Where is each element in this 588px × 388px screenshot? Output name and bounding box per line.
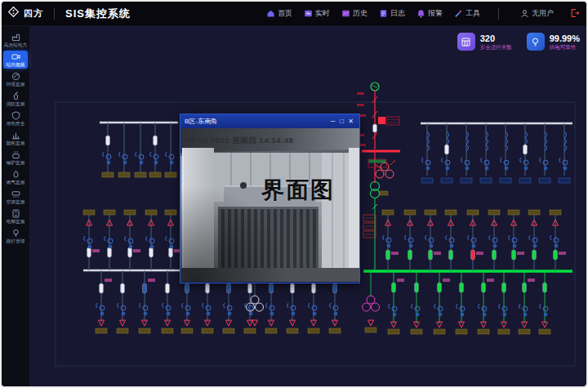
leaf-icon [11, 72, 20, 81]
watermark-text: 界面图 [261, 175, 335, 206]
nav-home[interactable]: 首页 [266, 8, 292, 19]
sidebar-item-environment-monitor[interactable]: 环境监测 [3, 70, 28, 88]
user-icon [520, 9, 529, 18]
kpi-cards: 320 安全运行天数 99.99% 供电可靠性 [457, 33, 580, 51]
nav-alarm[interactable]: 报警 [416, 8, 443, 19]
camera-modal-title: B区-东南角 [185, 117, 328, 126]
reliability-value: 99.99% [550, 34, 580, 43]
sidebar-item-boiler-monitor[interactable]: 锅炉监测 [3, 149, 28, 167]
user-label: 无用户 [532, 8, 554, 19]
sidebar-item-electricity-safety[interactable]: 用电安全 [3, 109, 28, 127]
sifang-logo-icon [7, 6, 20, 21]
maximize-button[interactable]: □ [337, 114, 346, 128]
home-icon [266, 9, 275, 18]
camera-modal-titlebar[interactable]: B区-东南角 ─ □ ✕ [180, 114, 359, 128]
nav-tools[interactable]: 工具 [454, 8, 480, 19]
boiler-icon [11, 150, 20, 159]
kpi-reliability: 99.99% 供电可靠性 [527, 33, 580, 51]
app-window: 四方 SIS集控系统 首页 实时 历史 日志 报 [0, 0, 588, 388]
nav-history[interactable]: 历史 [341, 8, 368, 19]
sidebar-item-gas-monitor[interactable]: 燃气监测 [3, 168, 28, 186]
sidebar-item-streetlight-management[interactable]: 路灯管理 [3, 227, 28, 245]
brand-name: 四方 [24, 7, 43, 20]
nav-log[interactable]: 日志 [379, 8, 405, 19]
elevator-icon [11, 209, 20, 218]
reliability-label: 供电可靠性 [550, 44, 580, 50]
bar-chart-icon [11, 131, 20, 140]
safe-days-icon [457, 33, 475, 51]
kpi-safe-days: 320 安全运行天数 [457, 33, 512, 51]
sidebar-item-fire-monitor[interactable]: 消防监测 [3, 90, 28, 108]
realtime-icon [304, 9, 313, 18]
reliability-bulb-icon [527, 33, 545, 51]
logout-button[interactable] [570, 7, 580, 21]
safe-days-value: 320 [480, 34, 512, 43]
camera-icon [11, 52, 20, 61]
flame-icon [11, 170, 20, 179]
tools-wand-icon [454, 9, 463, 18]
sidebar-item-elevator-monitor[interactable]: 电梯监测 [3, 207, 28, 225]
safe-days-label: 安全运行天数 [480, 44, 512, 50]
top-nav: 首页 实时 历史 日志 报警 工具 [266, 7, 586, 21]
sidebar-item-hvac-monitor[interactable]: 空调监测 [3, 188, 28, 206]
history-icon [341, 9, 350, 18]
nav-realtime[interactable]: 实时 [304, 8, 330, 19]
osd-timestamp: 09-09 2021 星期四 14:14:48 [186, 136, 293, 146]
shield-icon [11, 111, 20, 120]
factory-icon [11, 33, 20, 42]
fire-extinguisher-icon [11, 91, 20, 100]
nav-divider [498, 8, 499, 20]
log-icon [379, 9, 388, 18]
minimize-button[interactable]: ─ [328, 114, 337, 128]
close-button[interactable]: ✕ [346, 114, 355, 128]
app-title: SIS集控系统 [65, 7, 131, 21]
air-conditioner-icon [11, 190, 20, 198]
sidebar-item-energy-monitor[interactable]: 能耗监测 [3, 129, 28, 147]
sidebar-item-station-video[interactable]: 站内视频 [3, 51, 28, 69]
user-menu[interactable]: 无用户 [520, 8, 554, 19]
light-bulb-icon [11, 229, 20, 238]
brand: 四方 SIS集控系统 [2, 6, 131, 21]
alarm-bell-icon [416, 9, 425, 18]
sidebar-item-hv-station-power[interactable]: 高压站电力 [3, 31, 28, 49]
header-bar: 四方 SIS集控系统 首页 实时 历史 日志 报 [2, 2, 586, 26]
sidebar: 高压站电力 站内视频 环境监测 消防监测 用电安全 能耗监测 锅炉监测 燃气监 [2, 25, 30, 386]
logout-icon [570, 8, 580, 18]
header-divider [54, 8, 55, 20]
